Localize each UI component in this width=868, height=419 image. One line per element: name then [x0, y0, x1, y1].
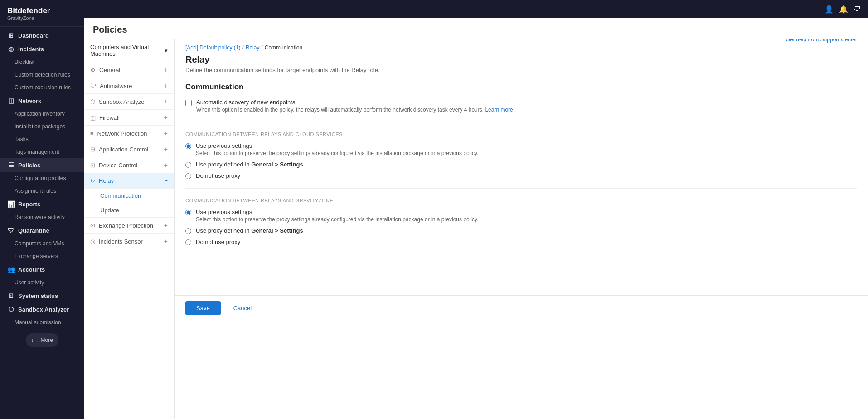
sidebar-item-network[interactable]: ◫ Network	[0, 94, 84, 107]
relay-title: Relay	[185, 54, 857, 65]
gravityzone-radio-group: Use previous settings Select this option…	[185, 209, 857, 245]
cs-radio-noproxy[interactable]	[185, 173, 191, 179]
sidebar-item-incidents[interactable]: ◎ Incidents	[0, 42, 84, 56]
sidebar-item-install-packages[interactable]: Installation packages	[0, 120, 84, 133]
gz-option-proxy: Use proxy defined in General > Settings	[185, 227, 857, 234]
policy-nav-sub-update[interactable]: Update	[84, 203, 174, 218]
policy-nav-general[interactable]: ⚙General +	[84, 62, 174, 78]
cs-radio-proxy[interactable]	[185, 162, 191, 168]
exchange-plus-icon[interactable]: +	[164, 222, 168, 229]
gz-radio-proxy[interactable]	[185, 228, 191, 234]
sidebar-item-accounts[interactable]: 👥 Accounts	[0, 263, 84, 276]
sidebar-item-app-inventory[interactable]: Application inventory	[0, 107, 84, 120]
sandbox-plus-icon[interactable]: +	[164, 98, 168, 105]
sidebar-item-manual-submission[interactable]: Manual submission	[0, 316, 84, 329]
auto-discovery-row: Automatic discovery of new endpoints Whe…	[185, 99, 857, 113]
incidents-sensor-nav-icon: ◎	[90, 238, 95, 245]
breadcrumb: [Add] Default policy (1) / Relay / Commu…	[175, 39, 868, 54]
policy-nav-firewall[interactable]: ◫Firewall +	[84, 110, 174, 126]
app-control-nav-icon: ⊟	[90, 146, 95, 153]
learn-more-link[interactable]: Learn more	[485, 107, 513, 113]
sidebar-item-computers-vms[interactable]: Computers and VMs	[0, 237, 84, 250]
auto-discovery-label: Automatic discovery of new endpoints	[196, 99, 513, 106]
page-title: Policies	[93, 24, 127, 34]
sandbox-icon: ⬡	[7, 306, 15, 313]
gz-option-noproxy: Do not use proxy	[185, 239, 857, 245]
sidebar-item-ransomware[interactable]: Ransomware activity	[0, 211, 84, 224]
antimalware-plus-icon[interactable]: +	[164, 82, 168, 89]
more-button[interactable]: ↓ ↓ More	[26, 333, 58, 347]
cs-label-prev: Use previous settings	[196, 142, 478, 149]
footer-bar: Save Cancel	[175, 295, 868, 321]
sidebar-item-sandbox[interactable]: ⬡ Sandbox Analyzer	[0, 302, 84, 316]
gz-label-noproxy: Do not use proxy	[196, 239, 240, 245]
user-icon[interactable]: 👤	[824, 5, 834, 14]
sidebar-nav: ⊞ Dashboard ◎ Incidents Blocklist Custom…	[0, 27, 84, 331]
more-arrow-icon: ↓	[31, 337, 34, 343]
quarantine-icon: 🛡	[7, 227, 15, 234]
policy-nav-incidents-sensor[interactable]: ◎Incidents Sensor +	[84, 234, 174, 249]
breadcrumb-sep-1: /	[242, 44, 243, 51]
section1-label: COMMUNICATION BETWEEN RELAYS AND CLOUD S…	[185, 132, 857, 137]
gz-label-proxy: Use proxy defined in General > Settings	[196, 227, 303, 234]
device-control-plus-icon[interactable]: +	[164, 161, 168, 169]
sidebar-item-assignment-rules[interactable]: Assignment rules	[0, 185, 84, 197]
sidebar-item-tasks[interactable]: Tasks	[0, 133, 84, 146]
gz-radio-prev[interactable]	[185, 210, 191, 215]
support-link[interactable]: Get help from Support Center	[786, 39, 857, 43]
save-button[interactable]: Save	[185, 301, 221, 315]
relay-nav-icon: ↻	[90, 177, 95, 184]
network-icon: ◫	[7, 97, 15, 104]
general-plus-icon[interactable]: +	[164, 66, 168, 73]
auto-discovery-desc: When this option is enabled in the polic…	[196, 107, 513, 113]
app-control-plus-icon[interactable]: +	[164, 146, 168, 153]
system-status-icon: ⊡	[7, 292, 15, 299]
sidebar-item-config-profiles[interactable]: Configuration profiles	[0, 172, 84, 185]
incidents-sensor-plus-icon[interactable]: +	[164, 238, 168, 245]
breadcrumb-sep-2: /	[261, 44, 262, 51]
shield-topbar-icon[interactable]: 🛡	[853, 5, 861, 13]
sidebar-item-tags[interactable]: Tags management	[0, 146, 84, 158]
sidebar-item-custom-exclusion[interactable]: Custom exclusion rules	[0, 81, 84, 94]
policy-nav-relay[interactable]: ↻Relay −	[84, 173, 174, 189]
divider-2	[185, 188, 857, 189]
policy-nav-antimalware[interactable]: 🛡Antimalware +	[84, 78, 174, 94]
policy-nav-network-protection[interactable]: ≡Network Protection +	[84, 126, 174, 141]
sidebar-item-system-status[interactable]: ⊡ System status	[0, 289, 84, 302]
bell-icon[interactable]: 🔔	[839, 5, 848, 14]
firewall-plus-icon[interactable]: +	[164, 114, 168, 121]
chevron-down-icon: ▾	[165, 47, 168, 54]
cs-label-noproxy: Do not use proxy	[196, 172, 240, 179]
sidebar-item-exchange-servers[interactable]: Exchange servers	[0, 250, 84, 263]
breadcrumb-relay[interactable]: Relay	[246, 44, 260, 51]
sidebar-item-blocklist[interactable]: Blocklist	[0, 56, 84, 68]
cs-desc-prev: Select this option to preserve the proxy…	[196, 150, 478, 156]
sidebar-item-dashboard[interactable]: ⊞ Dashboard	[0, 29, 84, 42]
cs-option-noproxy: Do not use proxy	[185, 172, 857, 179]
gz-radio-noproxy[interactable]	[185, 239, 191, 245]
relay-minus-icon: −	[164, 177, 168, 184]
policy-nav-sub-communication[interactable]: Communication	[84, 189, 174, 203]
cancel-button[interactable]: Cancel	[226, 301, 259, 315]
breadcrumb-policy[interactable]: [Add] Default policy (1)	[185, 44, 240, 51]
sidebar-item-user-activity[interactable]: User activity	[0, 276, 84, 289]
policy-nav-sandbox[interactable]: ⬡Sandbox Analyzer +	[84, 94, 174, 110]
sidebar-item-custom-detection[interactable]: Custom detection rules	[0, 68, 84, 81]
cs-radio-prev[interactable]	[185, 143, 191, 149]
sidebar-item-policies[interactable]: ☰ Policies	[0, 158, 84, 172]
policy-nav-exchange-protection[interactable]: ✉Exchange Protection +	[84, 218, 174, 234]
policy-nav-device-control[interactable]: ⊡Device Control +	[84, 157, 174, 173]
policy-nav-dropdown[interactable]: Computers and Virtual Machines ▾	[84, 39, 174, 62]
auto-discovery-checkbox[interactable]	[185, 100, 192, 106]
network-protection-nav-icon: ≡	[90, 130, 94, 137]
main-content: [Add] Default policy (1) / Relay / Commu…	[175, 39, 868, 419]
cs-option-prev: Use previous settings Select this option…	[185, 142, 857, 156]
policy-nav-app-control[interactable]: ⊟Application Control +	[84, 141, 174, 157]
cs-label-proxy: Use proxy defined in General > Settings	[196, 161, 303, 168]
gz-option-prev: Use previous settings Select this option…	[185, 209, 857, 223]
sidebar-item-quarantine[interactable]: 🛡 Quarantine	[0, 224, 84, 237]
network-protection-plus-icon[interactable]: +	[164, 130, 168, 137]
sidebar-item-reports[interactable]: 📊 Reports	[0, 197, 84, 211]
divider-1	[185, 122, 857, 122]
accounts-icon: 👥	[7, 266, 15, 273]
